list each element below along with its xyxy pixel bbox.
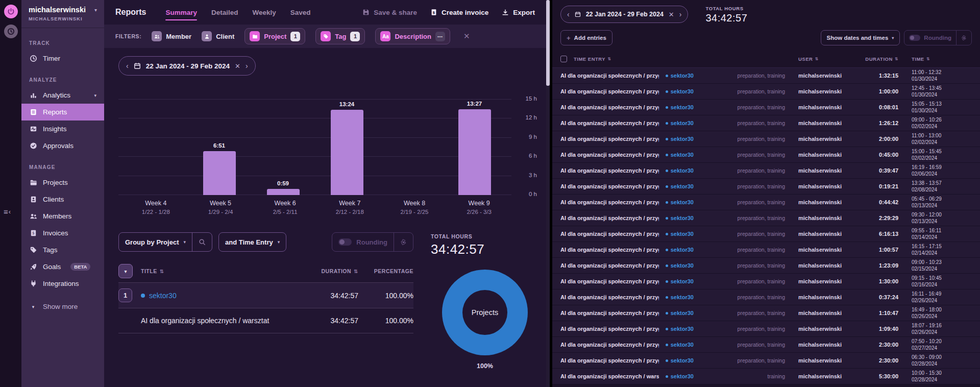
project-link[interactable]: sektor30	[666, 262, 694, 269]
project-link[interactable]: sektor30	[666, 326, 694, 332]
sidebar-item-integrations[interactable]: Integrations	[21, 275, 104, 292]
time-entry-row[interactable]: AI dla organizacji społecznych / przygot…	[552, 321, 980, 337]
col-time-header[interactable]: TIME⇅	[912, 56, 972, 62]
project-link[interactable]: sektor30	[666, 247, 694, 253]
project-link[interactable]: sektor30	[666, 136, 694, 142]
project-link[interactable]: sektor30	[141, 292, 309, 300]
time-entry-row[interactable]: AI dla organizacji społecznych / przygot…	[552, 163, 980, 179]
project-link[interactable]: sektor30	[666, 278, 694, 284]
sidebar-item-approvals[interactable]: Approvals	[21, 137, 104, 154]
time-entry-row[interactable]: AI dla organizacji społecznych / przygot…	[552, 289, 980, 305]
filter-project[interactable]: Project 1	[244, 28, 305, 44]
time-entry-row[interactable]: AI dla organizacji społecznych / przygot…	[552, 115, 980, 131]
sidebar-show-more[interactable]: ▾ Show more	[21, 298, 104, 315]
tab-summary[interactable]: Summary	[165, 0, 197, 25]
time-entry-row[interactable]: AI dla organizacji społecznych / przygot…	[552, 68, 980, 84]
col-duration-header[interactable]: DURATION⇅	[857, 56, 898, 62]
app-logo-icon[interactable]	[4, 5, 18, 18]
project-link[interactable]: sektor30	[666, 104, 694, 110]
col-duration-header[interactable]: DURATION⇅	[309, 268, 358, 274]
scrollbar-thumb[interactable]	[546, 0, 550, 86]
sidebar-item-clients[interactable]: Clients	[21, 191, 104, 208]
group-by-select[interactable]: Group by Project▾	[118, 232, 212, 252]
time-tracker-icon[interactable]	[4, 25, 18, 38]
tab-weekly[interactable]: Weekly	[253, 0, 276, 25]
col-time-entry-header[interactable]: TIME ENTRY⇅	[574, 56, 694, 62]
subgroup-by-select[interactable]: and Time Entry▾	[218, 232, 286, 252]
tab-detailed[interactable]: Detailed	[211, 0, 238, 25]
collapse-sidebar-icon[interactable]: ≡‹	[4, 207, 11, 216]
date-range-picker[interactable]: ‹ 22 Jan 2024 - 29 Feb 2024 ✕ ›	[560, 6, 688, 23]
sidebar-item-insights[interactable]: Insights	[21, 120, 104, 137]
project-link[interactable]: sektor30	[666, 120, 694, 126]
filter-tag[interactable]: Tag 1	[315, 28, 365, 44]
rounding-toggle[interactable]: Rounding	[332, 233, 394, 251]
time-entry-row[interactable]: AI dla organizacji społecznych / przygot…	[552, 226, 980, 242]
time-entry-row[interactable]: AI dla organizacji społecznych / przygot…	[552, 179, 980, 195]
filter-member[interactable]: Member	[152, 31, 191, 41]
col-percentage-header[interactable]: PERCENTAGE	[358, 268, 413, 274]
clear-date-icon[interactable]: ✕	[235, 62, 240, 70]
project-link[interactable]: sektor30	[666, 357, 694, 364]
project-link[interactable]: sektor30	[666, 72, 694, 79]
create-invoice-button[interactable]: $ Create invoice	[430, 9, 488, 16]
expand-all-button[interactable]: ▾	[118, 264, 133, 278]
filter-description[interactable]: Aa Description •••	[375, 28, 450, 44]
time-entry-row[interactable]: AI dla organizacji społecznych / przygot…	[552, 84, 980, 100]
next-period-icon[interactable]: ›	[246, 62, 248, 70]
time-entry-row[interactable]: AI dla organizacji społecznych / przygot…	[552, 353, 980, 369]
time-entry-row[interactable]: AI dla organizacji społecznych / przygot…	[552, 147, 980, 163]
time-entry-row[interactable]: AI dla organizacji społecznych / przygot…	[552, 274, 980, 289]
time-entry-row[interactable]: AI dla organizacji społecznych / przygot…	[552, 195, 980, 210]
project-link[interactable]: sektor30	[666, 215, 694, 221]
col-user-header[interactable]: USER⇅	[798, 56, 857, 62]
project-link[interactable]: sektor30	[666, 231, 694, 237]
clear-filters-icon[interactable]: ✕	[463, 32, 470, 41]
sidebar-item-analytics[interactable]: Analytics ▾	[21, 87, 104, 104]
rounding-settings-button[interactable]	[394, 233, 413, 251]
project-link[interactable]: sektor30	[666, 152, 694, 158]
clear-date-icon[interactable]: ✕	[669, 11, 674, 18]
time-entry-row[interactable]: AI dla organizacji społecznych / przygot…	[552, 258, 980, 274]
sidebar-item-invoices[interactable]: $ Invoices	[21, 225, 104, 241]
project-link[interactable]: sektor30	[666, 183, 694, 189]
sidebar-item-reports[interactable]: Reports	[21, 104, 104, 120]
rounding-toggle[interactable]: Rounding	[904, 31, 956, 45]
project-link[interactable]: sektor30	[666, 88, 694, 94]
select-all-checkbox[interactable]	[560, 56, 567, 62]
prev-period-icon[interactable]: ‹	[567, 10, 570, 18]
time-entry-row[interactable]: AI dla organizacji społecznych / przygot…	[552, 305, 980, 321]
table-row[interactable]: AI dla organizacji społecznych / warszta…	[118, 308, 413, 333]
project-link[interactable]: sektor30	[666, 167, 694, 174]
prev-period-icon[interactable]: ‹	[126, 62, 129, 70]
sidebar-item-projects[interactable]: Projects	[21, 174, 104, 191]
sidebar-item-tags[interactable]: Tags	[21, 241, 104, 258]
project-link[interactable]: sektor30	[666, 373, 694, 379]
time-entry-row[interactable]: AI dla organizacji społecznych / przygot…	[552, 100, 980, 115]
time-entry-row[interactable]: AI dla organizacji społecznych / przygot…	[552, 242, 980, 258]
show-dates-dropdown[interactable]: Show dates and times ▾	[821, 30, 900, 45]
project-link[interactable]: sektor30	[666, 199, 694, 205]
date-range-picker[interactable]: ‹ 22 Jan 2024 - 29 Feb 2024 ✕ ›	[118, 56, 256, 76]
col-title-header[interactable]: TITLE⇅	[141, 268, 309, 274]
time-entry-row[interactable]: AI dla organizacji społecznych / przygot…	[552, 210, 980, 226]
time-entry-row[interactable]: AI dla organizacji społecznych / przygot…	[552, 131, 980, 147]
table-row[interactable]: 1 sektor30 34:42:57 100.00%	[118, 282, 413, 308]
sidebar-item-timer[interactable]: Timer	[21, 50, 104, 67]
project-link[interactable]: sektor30	[666, 310, 694, 316]
sidebar-item-members[interactable]: Members	[21, 208, 104, 225]
sidebar-item-goals[interactable]: Goals BETA	[21, 258, 104, 275]
time-entry-row[interactable]: AI dla organizacji społecznych / warszta…	[552, 369, 980, 384]
filter-client[interactable]: Client	[202, 31, 234, 41]
rounding-settings-button[interactable]	[957, 31, 971, 45]
project-link[interactable]: sektor30	[666, 294, 694, 300]
save-share-button[interactable]: Save & share	[362, 9, 417, 16]
export-button[interactable]: Export	[502, 9, 535, 16]
project-link[interactable]: sektor30	[666, 342, 694, 348]
add-entries-button[interactable]: + Add entries	[560, 30, 612, 45]
tab-saved[interactable]: Saved	[290, 0, 311, 25]
group-search-button[interactable]	[192, 233, 212, 251]
workspace-switcher[interactable]: michalserwinski ▾ MICHALSERWINSKI	[21, 0, 104, 28]
next-period-icon[interactable]: ›	[679, 10, 682, 18]
time-entry-row[interactable]: AI dla organizacji społecznych / przygot…	[552, 337, 980, 353]
